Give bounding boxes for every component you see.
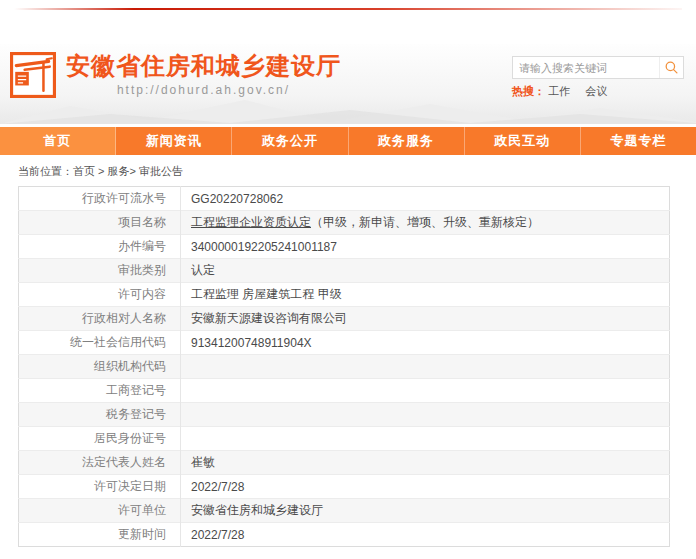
top-accent-line <box>14 8 682 10</box>
hot-search-item-work[interactable]: 工作 <box>548 85 570 97</box>
license-detail-table: 行政许可流水号 GG20220728062 项目名称 工程监理企业资质认定（甲级… <box>18 186 670 547</box>
nav-tab-gov-disclosure[interactable]: 政务公开 <box>232 127 348 155</box>
table-row-project-name: 项目名称 工程监理企业资质认定（甲级，新申请、增项、升级、重新核定） <box>19 211 670 235</box>
row-value: 崔敏 <box>181 451 670 475</box>
table-row-decision-date: 许可决定日期 2022/7/28 <box>19 475 670 499</box>
table-row-business-reg-number: 工商登记号 <box>19 379 670 403</box>
table-row-license-content: 许可内容 工程监理 房屋建筑工程 甲级 <box>19 283 670 307</box>
row-value <box>181 379 670 403</box>
row-label: 行政许可流水号 <box>19 187 181 211</box>
row-value: 91341200748911904X <box>181 331 670 355</box>
nav-tab-home[interactable]: 首页 <box>0 127 116 155</box>
row-value: 工程监理 房屋建筑工程 甲级 <box>181 283 670 307</box>
table-row-id-number: 居民身份证号 <box>19 427 670 451</box>
row-value: 2022/7/28 <box>181 523 670 547</box>
nav-tab-special-columns[interactable]: 专题专栏 <box>581 127 696 155</box>
row-label: 税务登记号 <box>19 403 181 427</box>
table-row-case-number: 办件编号 3400000192205241001187 <box>19 235 670 259</box>
breadcrumb-section-link[interactable]: 服务 <box>108 165 130 177</box>
breadcrumb-separator: > <box>130 165 139 177</box>
row-label: 行政相对人名称 <box>19 307 181 331</box>
row-value: 安徽省住房和城乡建设厅 <box>181 499 670 523</box>
table-row-update-time: 更新时间 2022/7/28 <box>19 523 670 547</box>
row-value: 安徽新天源建设咨询有限公司 <box>181 307 670 331</box>
project-name-link[interactable]: 工程监理企业资质认定 <box>191 215 311 229</box>
row-value: 认定 <box>181 259 670 283</box>
hot-search-label: 热搜： <box>512 85 545 97</box>
table-row-approval-category: 审批类别 认定 <box>19 259 670 283</box>
breadcrumb-home-link[interactable]: 首页 <box>73 165 95 177</box>
row-value: GG20220728062 <box>181 187 670 211</box>
breadcrumb-current: 审批公告 <box>139 165 183 177</box>
nav-tab-gov-services[interactable]: 政务服务 <box>349 127 465 155</box>
breadcrumb: 当前位置：首页 > 服务> 审批公告 <box>0 155 696 186</box>
table-row-licensing-authority: 许可单位 安徽省住房和城乡建设厅 <box>19 499 670 523</box>
search-input[interactable] <box>513 62 659 74</box>
project-name-detail: （甲级，新申请、增项、升级、重新核定） <box>311 215 539 229</box>
row-value: 工程监理企业资质认定（甲级，新申请、增项、升级、重新核定） <box>181 211 670 235</box>
table-row-legal-representative: 法定代表人姓名 崔敏 <box>19 451 670 475</box>
site-url: http://dohurd.ah.gov.cn/ <box>66 83 341 97</box>
hot-search-item-meeting[interactable]: 会议 <box>585 85 607 97</box>
row-label: 统一社会信用代码 <box>19 331 181 355</box>
site-title: 安徽省住房和城乡建设厅 <box>66 52 341 80</box>
search-button[interactable] <box>659 57 683 78</box>
row-value <box>181 355 670 379</box>
search-area: 热搜： 工作 会议 <box>512 56 684 99</box>
header-inner: 安徽省住房和城乡建设厅 http://dohurd.ah.gov.cn/ 热搜：… <box>0 44 696 99</box>
row-label: 审批类别 <box>19 259 181 283</box>
row-value: 2022/7/28 <box>181 475 670 499</box>
site-header: 安徽省住房和城乡建设厅 http://dohurd.ah.gov.cn/ 热搜：… <box>0 44 696 124</box>
nav-tab-news[interactable]: 新闻资讯 <box>116 127 232 155</box>
row-label: 许可决定日期 <box>19 475 181 499</box>
table-row-credit-code: 统一社会信用代码 91341200748911904X <box>19 331 670 355</box>
row-value: 3400000192205241001187 <box>181 235 670 259</box>
row-label: 办件编号 <box>19 235 181 259</box>
nav-tab-interaction[interactable]: 政民互动 <box>465 127 581 155</box>
row-label: 法定代表人姓名 <box>19 451 181 475</box>
hot-search-row: 热搜： 工作 会议 <box>512 84 684 99</box>
row-label: 项目名称 <box>19 211 181 235</box>
breadcrumb-prefix: 当前位置： <box>18 165 73 177</box>
row-value <box>181 427 670 451</box>
search-box <box>512 56 684 79</box>
row-label: 组织机构代码 <box>19 355 181 379</box>
row-value <box>181 403 670 427</box>
site-logo-icon[interactable] <box>10 52 56 98</box>
table-row-counterpart-name: 行政相对人名称 安徽新天源建设咨询有限公司 <box>19 307 670 331</box>
table-row-serial-number: 行政许可流水号 GG20220728062 <box>19 187 670 211</box>
row-label: 工商登记号 <box>19 379 181 403</box>
breadcrumb-separator: > <box>95 165 108 177</box>
row-label: 居民身份证号 <box>19 427 181 451</box>
brand-block: 安徽省住房和城乡建设厅 http://dohurd.ah.gov.cn/ <box>66 52 341 97</box>
table-row-org-code: 组织机构代码 <box>19 355 670 379</box>
row-label: 许可内容 <box>19 283 181 307</box>
row-label: 更新时间 <box>19 523 181 547</box>
magnifier-icon <box>664 60 679 75</box>
main-nav: 首页 新闻资讯 政务公开 政务服务 政民互动 专题专栏 <box>0 127 696 155</box>
row-label: 许可单位 <box>19 499 181 523</box>
table-row-tax-reg-number: 税务登记号 <box>19 403 670 427</box>
